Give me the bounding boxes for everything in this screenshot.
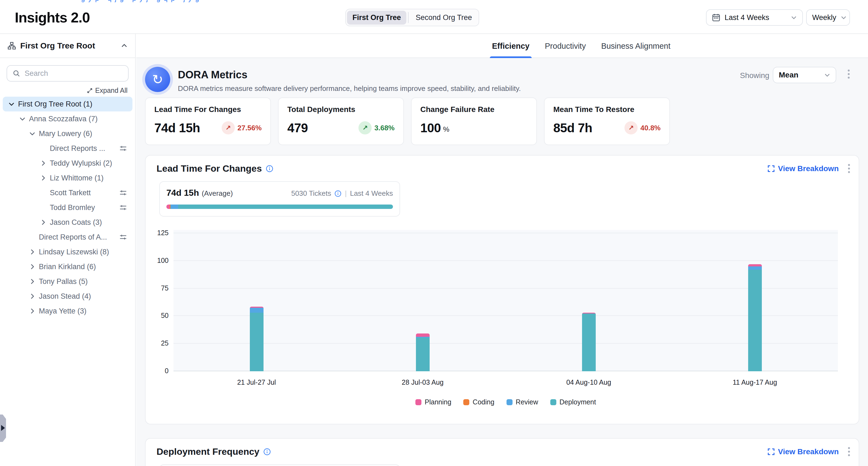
tree-item-label: Direct Reports ... (50, 144, 116, 153)
tree-item-direct-reports-of-a[interactable]: Direct Reports of A... (3, 230, 132, 244)
tree-item-brian-kirkland-6[interactable]: Brian Kirkland (6) (3, 259, 132, 274)
tree-item-mary-lowery-6[interactable]: Mary Lowery (6) (3, 126, 132, 141)
stacked-bar-21-jul-27-jul[interactable] (250, 307, 264, 371)
metric-delta-badge: ↗27.56% (222, 121, 261, 135)
gridline (174, 343, 838, 344)
legend-swatch-icon (463, 399, 469, 405)
chevron-up-icon[interactable] (121, 42, 127, 49)
chevron-right-icon[interactable] (29, 293, 39, 299)
dora-kebab-menu[interactable] (848, 69, 850, 79)
bar-segment-deployment (250, 313, 264, 371)
deployment-frequency-summary-card (159, 464, 400, 466)
toggle-divider (408, 12, 408, 23)
metric-card-unit: % (443, 125, 449, 135)
view-breakdown-button[interactable]: View Breakdown (768, 447, 839, 456)
metric-card-mean-time-to-restore: Mean Time To Restore85d 7h↗40.8% (544, 97, 670, 145)
chart-legend: PlanningCodingReviewDeployment (174, 398, 838, 406)
y-axis-tick-label: 0 (146, 367, 168, 375)
tree-item-direct-reports[interactable]: Direct Reports ... (3, 141, 132, 156)
lt-bar-segment-planning (166, 205, 170, 209)
filter-sliders-icon[interactable] (116, 204, 127, 211)
dora-metrics-title: DORA Metrics (178, 69, 247, 81)
tree-item-todd-bromley[interactable]: Todd Bromley (3, 200, 132, 215)
tree-item-teddy-wylupski-2[interactable]: Teddy Wylupski (2) (3, 156, 132, 171)
clipped-browser-links: gyp qjg pyj gqp jyg (81, 0, 333, 2)
tree-item-tony-pallas-5[interactable]: Tony Pallas (5) (3, 274, 132, 289)
lead-time-stacked-bar (166, 205, 393, 209)
gridline (174, 288, 838, 289)
separator: | (345, 189, 347, 198)
stacked-bar-11-aug-17-aug[interactable] (748, 264, 762, 371)
metric-card-value: 100 (420, 120, 441, 135)
filter-sliders-icon[interactable] (116, 233, 127, 241)
metric-card-change-failure-rate: Change Failure Rate100% (411, 97, 537, 145)
chevron-down-icon (824, 72, 830, 78)
chevron-down-icon[interactable] (29, 130, 39, 137)
toggle-first-org-tree[interactable]: First Org Tree (347, 11, 406, 25)
sidebar-root-label: First Org Tree Root (20, 41, 117, 50)
trend-up-arrow-icon: ↗ (359, 121, 372, 135)
tree-item-jason-stead-4[interactable]: Jason Stead (4) (3, 289, 132, 303)
stacked-bar-04-aug-10-aug[interactable] (582, 313, 596, 371)
metric-delta-value: 3.68% (374, 124, 395, 132)
tree-item-scott-tarkett[interactable]: Scott Tarkett (3, 185, 132, 200)
calendar-icon (712, 13, 720, 22)
showing-mean-dropdown[interactable]: Mean (773, 67, 836, 83)
info-icon[interactable] (334, 190, 342, 197)
metric-card-title: Lead Time For Changes (154, 105, 261, 114)
tree-item-liz-whittome-1[interactable]: Liz Whittome (1) (3, 171, 132, 185)
tree-item-anna-scozzafava-7[interactable]: Anna Scozzafava (7) (3, 111, 132, 126)
bar-segment-review (250, 308, 264, 313)
tree-item-lindsay-liszewski-8[interactable]: Lindsay Liszewski (8) (3, 244, 132, 259)
chevron-right-icon[interactable] (29, 249, 39, 255)
sidebar-search[interactable] (6, 65, 129, 82)
chevron-right-icon[interactable] (40, 175, 50, 181)
granularity-dropdown[interactable]: Weekly (806, 9, 850, 26)
chevron-right-icon[interactable] (40, 219, 50, 226)
deployment-frequency-kebab-menu[interactable] (848, 447, 850, 456)
x-axis-label: 21 Jul-27 Jul (213, 378, 301, 386)
legend-swatch-icon (506, 399, 513, 405)
chevron-right-icon[interactable] (29, 263, 39, 270)
date-range-dropdown[interactable]: Last 4 Weeks (706, 9, 803, 26)
lead-time-average-label: (Average) (202, 189, 233, 198)
tree-item-maya-yette-3[interactable]: Maya Yette (3) (3, 303, 132, 318)
tree-item-label: Anna Scozzafava (7) (29, 115, 127, 123)
tab-business-alignment[interactable]: Business Alignment (601, 34, 671, 58)
toggle-second-org-tree[interactable]: Second Org Tree (410, 11, 477, 25)
lead-time-kebab-menu[interactable] (848, 164, 850, 173)
x-axis-label: 28 Jul-03 Aug (379, 378, 467, 386)
sidebar-collapse-handle[interactable] (0, 414, 6, 442)
lead-time-header: Lead Time For Changes View Breakdown (157, 163, 850, 174)
chevron-right-icon[interactable] (40, 160, 50, 167)
info-icon[interactable] (263, 448, 271, 456)
tree-item-first-org-tree-root-1[interactable]: First Org Tree Root (1) (3, 97, 132, 111)
dora-cycle-icon: ↻ (145, 67, 170, 92)
tab-productivity[interactable]: Productivity (545, 34, 586, 58)
filter-sliders-icon[interactable] (116, 145, 127, 152)
chevron-down-icon[interactable] (19, 116, 29, 122)
tree-item-label: Brian Kirkland (6) (39, 263, 127, 271)
y-axis-tick-label: 75 (146, 284, 168, 292)
lead-time-title: Lead Time For Changes (157, 163, 262, 174)
metric-card-title: Change Failure Rate (420, 105, 528, 114)
info-icon[interactable] (266, 165, 273, 173)
tabs: EfficiencyProductivityBusiness Alignment (492, 34, 671, 58)
metric-card-value: 85d 7h (553, 120, 592, 135)
stacked-bar-28-jul-03-aug[interactable] (416, 333, 430, 371)
filter-sliders-icon[interactable] (116, 189, 127, 197)
lead-time-average-value: 74d 15h (166, 188, 199, 198)
view-breakdown-button[interactable]: View Breakdown (768, 164, 839, 173)
tree-item-label: Jason Coats (3) (50, 218, 127, 227)
chevron-down-icon[interactable] (8, 101, 18, 107)
gridline (174, 315, 838, 316)
chevron-right-icon[interactable] (29, 278, 39, 285)
deployment-frequency-section: Deployment Frequency View Breakdown (145, 438, 859, 466)
expand-all-button[interactable]: Expand All (8, 87, 127, 94)
sidebar-header[interactable]: First Org Tree Root (0, 34, 135, 58)
tree-item-jason-coats-3[interactable]: Jason Coats (3) (3, 215, 132, 230)
tab-efficiency[interactable]: Efficiency (492, 34, 529, 58)
legend-swatch-icon (550, 399, 556, 405)
search-input[interactable] (25, 69, 123, 78)
chevron-right-icon[interactable] (29, 308, 39, 314)
